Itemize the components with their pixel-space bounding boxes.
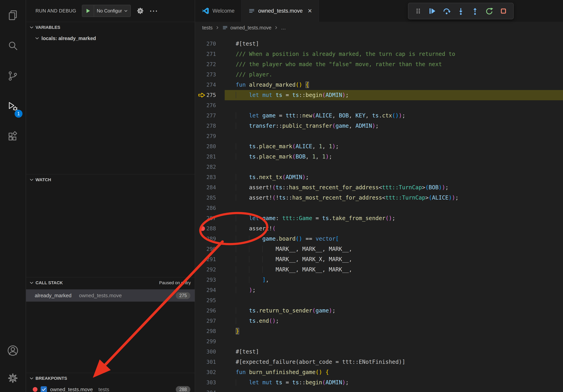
gutter[interactable]: 281 [195, 152, 225, 162]
gutter[interactable]: 279 [195, 131, 225, 141]
tab-owned-tests-move[interactable]: owned_tests.move × [242, 0, 319, 22]
code-line-content[interactable]: ts.place_mark(ALICE, 1, 1); [225, 141, 563, 152]
activity-item-explorer[interactable] [0, 0, 26, 30]
gutter[interactable]: 271 [195, 49, 225, 59]
activity-item-run-and-debug[interactable]: 1 [0, 91, 26, 122]
step-out-button[interactable] [471, 7, 479, 15]
code-line-content[interactable]: MARK__, MARK_X, MARK__, [225, 254, 563, 264]
activity-item-extensions[interactable] [0, 122, 26, 152]
code-line-content[interactable] [225, 336, 563, 347]
activity-item-search[interactable] [0, 30, 26, 61]
gutter[interactable]: 303 [195, 377, 225, 388]
gutter[interactable]: 289 [195, 234, 225, 244]
code-line-content[interactable]: } [225, 326, 563, 336]
gutter[interactable]: 270 [195, 39, 225, 49]
tab-welcome[interactable]: Welcome [195, 0, 242, 22]
code-line-content[interactable]: /// When a position is already marked, t… [225, 49, 563, 59]
call-stack-section-header[interactable]: CALL STACK Paused on entry [26, 277, 195, 288]
debug-config-dropdown[interactable]: No Configur [82, 5, 131, 17]
gutter[interactable]: 290 [195, 244, 225, 254]
gutter[interactable]: 286 [195, 203, 225, 213]
gutter[interactable]: 298 [195, 326, 225, 336]
breadcrumb-more[interactable]: … [281, 25, 286, 31]
gutter[interactable]: 275 [195, 90, 225, 100]
breadcrumb-tests[interactable]: tests [202, 25, 213, 31]
code-line-content[interactable]: transfer::public_transfer(game, ADMIN); [225, 121, 563, 131]
continue-button[interactable] [428, 7, 437, 15]
gutter[interactable]: 283 [195, 172, 225, 182]
code-line-content[interactable]: ts.next_tx(ADMIN); [225, 172, 563, 182]
code-line-content[interactable]: assert!( [225, 223, 563, 234]
code-line-content[interactable]: ts.end(); [225, 316, 563, 326]
code-line-content[interactable] [225, 100, 563, 111]
call-stack-frame[interactable]: already_marked owned_tests.move 275 [26, 289, 195, 301]
gutter[interactable]: 274 [195, 80, 225, 90]
activity-item-account[interactable] [0, 337, 26, 364]
variables-scope-locals[interactable]: locals: already_marked [26, 33, 195, 44]
gutter[interactable]: 287 [195, 213, 225, 223]
activity-item-settings[interactable] [0, 364, 26, 392]
code-line-content[interactable]: ts.return_to_sender(game); [225, 306, 563, 316]
code-line-content[interactable]: assert!(ts::has_most_recent_for_address<… [225, 182, 563, 193]
code-line-content[interactable]: ], [225, 275, 563, 285]
breadcrumb-file[interactable]: owned_tests.move [230, 25, 271, 31]
gutter[interactable]: 272 [195, 59, 225, 69]
code-line-content[interactable]: ); [225, 285, 563, 295]
gutter[interactable]: 302 [195, 367, 225, 377]
code-line-content[interactable]: game.board() == vector[ [225, 234, 563, 244]
code-line-content[interactable]: let mut ts = ts::begin(ADMIN); [225, 90, 563, 100]
activity-item-source-control[interactable] [0, 61, 26, 91]
code-line-content[interactable] [225, 295, 563, 306]
close-tab-icon[interactable]: × [308, 7, 312, 14]
gutter[interactable]: 301 [195, 357, 225, 367]
code-line-content[interactable] [225, 203, 563, 213]
gutter[interactable]: 295 [195, 295, 225, 306]
debug-start-button[interactable] [82, 5, 94, 17]
gutter[interactable]: 296 [195, 306, 225, 316]
code-line-content[interactable]: MARK__, MARK__, MARK__, [225, 264, 563, 275]
gutter[interactable]: 273 [195, 69, 225, 80]
breakpoint-list-item[interactable]: owned_tests.move tests 288 [26, 384, 195, 392]
restart-button[interactable] [485, 7, 494, 15]
code-line-content[interactable]: let mut ts = ts::begin(ADMIN); [225, 377, 563, 388]
code-line-content[interactable]: MARK__, MARK__, MARK__, [225, 244, 563, 254]
gutter[interactable]: 276 [195, 100, 225, 111]
gutter[interactable]: 285 [195, 193, 225, 203]
step-over-button[interactable] [442, 7, 451, 15]
code-line-content[interactable] [225, 388, 563, 392]
gutter[interactable]: 284 [195, 182, 225, 193]
code-line-content[interactable]: #[test] [225, 347, 563, 357]
code-line-content[interactable]: fun burn_unfinished_game() { [225, 367, 563, 377]
gutter[interactable]: 277 [195, 111, 225, 121]
gutter[interactable]: 299 [195, 336, 225, 347]
gutter[interactable]: 300 [195, 347, 225, 357]
code-line-content[interactable]: ts.place_mark(BOB, 1, 1); [225, 152, 563, 162]
code-line-content[interactable]: /// player. [225, 69, 563, 80]
watch-section-header[interactable]: WATCH [26, 174, 195, 185]
breakpoints-section-header[interactable]: BREAKPOINTS [26, 373, 195, 384]
variables-section-header[interactable]: VARIABLES [26, 22, 195, 33]
toolbar-drag-handle[interactable] [414, 7, 422, 15]
gutter[interactable]: 278 [195, 121, 225, 131]
code-line-content[interactable]: #[expected_failure(abort_code = ttt::ENo… [225, 357, 563, 367]
debug-settings-button[interactable] [136, 7, 145, 15]
code-line-content[interactable]: let game = ttt::new(ALICE, BOB, KEY, ts.… [225, 111, 563, 121]
gutter[interactable]: 292 [195, 264, 225, 275]
code-line-content[interactable]: #[test] [225, 39, 563, 49]
gutter[interactable]: 280 [195, 141, 225, 152]
gutter[interactable]: 291 [195, 254, 225, 264]
gutter[interactable]: 297 [195, 316, 225, 326]
step-into-button[interactable] [457, 7, 465, 15]
gutter[interactable]: 294 [195, 285, 225, 295]
gutter[interactable]: 304 [195, 388, 225, 392]
code-line-content[interactable]: fun already_marked() { [225, 80, 563, 90]
gutter[interactable]: 288 [195, 223, 225, 234]
breakpoint-checkbox[interactable] [41, 386, 47, 392]
code-line-content[interactable] [225, 162, 563, 172]
gutter[interactable]: 293 [195, 275, 225, 285]
stop-button[interactable] [499, 7, 508, 15]
code-line-content[interactable]: /// the player who made the "false" move… [225, 59, 563, 69]
gutter[interactable]: 282 [195, 162, 225, 172]
more-actions-button[interactable]: ⋯ [149, 8, 158, 13]
code-line-content[interactable]: assert!(!ts::has_most_recent_for_address… [225, 193, 563, 203]
